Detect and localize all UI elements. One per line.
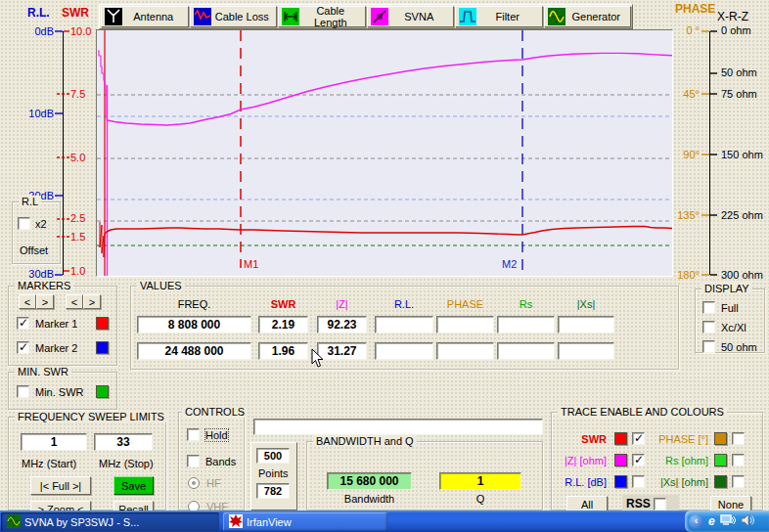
sweep-limits-group-title: FREQUENCY SWEEP LIMITS: [15, 411, 167, 422]
min-swr-group-title: MIN. SWR: [15, 366, 71, 377]
trace-z-label: |Z| [ohm]: [554, 455, 607, 466]
value-z-m1[interactable]: 92.23: [317, 316, 367, 333]
right-ohm-tick: 50 ohm: [721, 66, 757, 78]
trace-rl-checkbox[interactable]: [632, 475, 645, 488]
display-50ohm-checkbox[interactable]: [702, 340, 715, 353]
svna-task-icon: [7, 514, 21, 530]
marker1-color-swatch[interactable]: [96, 317, 109, 330]
values-header-z: |Z|: [317, 298, 367, 310]
values-header-swr: SWR: [258, 298, 308, 310]
save-button[interactable]: Save: [113, 476, 154, 495]
internet-explorer-tray-icon[interactable]: e: [708, 514, 715, 528]
marker1-prev-button[interactable]: <: [19, 294, 36, 309]
values-header-freq: FREQ.: [137, 298, 251, 310]
values-header-xs: |Xs|: [558, 298, 614, 310]
display-group-title: DISPLAY: [701, 283, 752, 294]
right-ohm-tick: 225 ohm: [721, 209, 763, 221]
values-group-title: VALUES: [137, 280, 185, 291]
trace-rs-swatch[interactable]: [714, 454, 727, 466]
value-rl-m1[interactable]: [375, 316, 433, 333]
rss-checkbox[interactable]: [654, 498, 666, 510]
min-swr-group: MIN. SWR Min. SWR: [8, 372, 117, 410]
hf-radio[interactable]: [188, 477, 200, 489]
trace-swr-swatch[interactable]: [614, 432, 627, 445]
value-phase-m1[interactable]: [436, 316, 494, 333]
values-group: VALUES FREQ. SWR |Z| R.L. PHASE Rs |Xs| …: [130, 286, 679, 370]
display-full-label: Full: [721, 302, 739, 314]
swr-trace: [105, 227, 672, 236]
value-xs-m1[interactable]: [558, 316, 614, 333]
sweep-stop-input[interactable]: 33: [94, 433, 153, 451]
marker-m2-label: M2: [502, 258, 517, 270]
taskbar-button-svna[interactable]: SVNA by SP3SWJ - S...: [1, 512, 219, 531]
marker2-next-button[interactable]: >: [83, 294, 101, 309]
value-freq-m2[interactable]: 24 488 000: [137, 342, 251, 360]
trace-phase-swatch[interactable]: [714, 432, 727, 445]
marker2-prev-button[interactable]: <: [66, 294, 83, 309]
rss-label: RSS: [626, 497, 651, 510]
q-label: Q: [439, 493, 521, 505]
q-value-field[interactable]: 1: [439, 472, 521, 490]
network-tray-icon[interactable]: [720, 513, 736, 529]
marker2-color-swatch[interactable]: [96, 341, 109, 354]
marker1-next-button[interactable]: >: [36, 294, 54, 309]
bandwidth-value-field[interactable]: 15 680 000: [327, 472, 412, 490]
trace-z-swatch[interactable]: [614, 454, 627, 466]
values-header-rs: Rs: [497, 298, 555, 310]
value-rs-m2[interactable]: [497, 342, 555, 360]
marker1-checkbox[interactable]: [17, 317, 29, 330]
irfanview-task-label: IrfanView: [247, 516, 292, 528]
bands-checkbox[interactable]: [187, 455, 200, 467]
points-label: Points: [258, 467, 289, 479]
min-swr-color-swatch[interactable]: [96, 385, 109, 398]
marker-m1-label: M1: [244, 258, 258, 270]
value-rl-m2[interactable]: [375, 342, 433, 360]
value-phase-m2[interactable]: [436, 342, 494, 360]
marker1-label: Marker 1: [35, 318, 77, 330]
left-db-tick: 30dB: [17, 268, 54, 280]
sweep-start-label: MHz (Start): [22, 458, 76, 469]
trace-xs-swatch[interactable]: [714, 475, 727, 488]
trace-phase-checkbox[interactable]: [732, 432, 745, 445]
controls-group: CONTROLS Hold Bands HF VHF: [178, 412, 245, 510]
tray-collapse-icon[interactable]: ‹: [689, 514, 703, 529]
full-span-button[interactable]: |< Full >|: [30, 476, 91, 495]
value-swr-m1[interactable]: 2.19: [258, 316, 308, 333]
rl-x2-checkbox[interactable]: [18, 217, 30, 230]
system-tray: ‹ e: [685, 510, 769, 532]
values-header-rl: R.L.: [375, 298, 433, 310]
trace-rl-swatch[interactable]: [614, 475, 627, 488]
min-swr-checkbox[interactable]: [17, 385, 29, 398]
display-full-checkbox[interactable]: [702, 301, 715, 314]
min-swr-label: Min. SWR: [35, 386, 84, 398]
points-count-field[interactable]: 500: [256, 448, 290, 464]
mouse-cursor: [311, 348, 325, 369]
trace-z-checkbox[interactable]: [632, 454, 645, 466]
bandwidth-label: Bandwidth: [327, 493, 412, 505]
trace-xs-checkbox[interactable]: [732, 475, 745, 488]
z-trace: [108, 53, 672, 125]
svna-task-label: SVNA by SP3SWJ - S...: [24, 516, 139, 528]
points-second-field[interactable]: 782: [256, 483, 290, 499]
controls-group-title: CONTROLS: [182, 406, 248, 418]
svna-app-window: R.L. SWR PHASE X-R-Z Antenna Cable Loss …: [0, 0, 769, 532]
value-xs-m2[interactable]: [558, 342, 614, 360]
marker2-checkbox[interactable]: [17, 341, 29, 354]
value-rs-m1[interactable]: [497, 316, 555, 333]
status-text-input[interactable]: [253, 419, 543, 435]
trace-xs-label: |Xs| [ohm]: [650, 476, 708, 488]
taskbar-button-irfanview[interactable]: IrfanView: [223, 512, 387, 531]
value-freq-m1[interactable]: 8 808 000: [137, 316, 251, 333]
value-swr-m2[interactable]: 1.96: [258, 342, 308, 360]
hold-checkbox[interactable]: [187, 428, 200, 441]
sweep-plot[interactable]: M1 M2: [96, 29, 673, 277]
rl-offset-group: R.L x2 Offset: [12, 201, 61, 264]
left-db-tick: 0dB: [17, 25, 54, 37]
sweep-start-input[interactable]: 1: [21, 433, 87, 451]
volume-tray-icon[interactable]: [741, 513, 754, 529]
taskbar: SVNA by SP3SWJ - S... IrfanView ‹ e: [0, 510, 769, 532]
trace-swr-checkbox[interactable]: [632, 432, 645, 445]
trace-rs-checkbox[interactable]: [732, 454, 745, 466]
display-xcxl-checkbox[interactable]: [702, 321, 715, 333]
markers-group-title: MARKERS: [15, 280, 73, 291]
